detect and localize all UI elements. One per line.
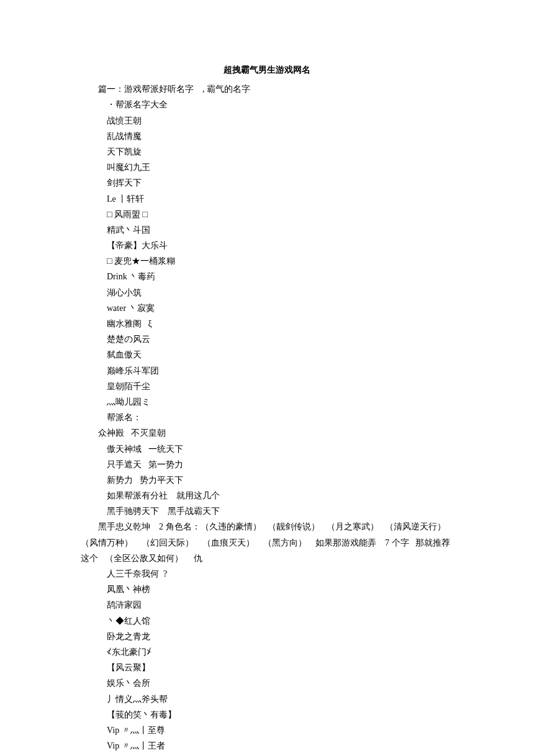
name-line: 众神殿 不灭皇朝 xyxy=(81,425,453,441)
name-line: 湖心小筑 xyxy=(81,285,453,300)
name-line: Le 丨轩轩 xyxy=(81,191,453,207)
document-title: 超拽霸气男生游戏网名 xyxy=(81,62,453,78)
name-line: 【帝豪】大乐斗 xyxy=(81,238,453,253)
name-line: 战愤王朝 xyxy=(81,113,453,128)
name-line: □ 麦兜★一桶浆糊 xyxy=(81,253,453,269)
name-line: 巅峰乐斗军团 xyxy=(81,363,453,379)
name-line: 卧龙之青龙 xyxy=(81,629,453,644)
name-line: 叫魔幻九王 xyxy=(81,160,453,175)
name-line: 灬呦儿园ミ xyxy=(81,394,453,410)
name-line: Drink 丶毒药 xyxy=(81,269,453,284)
name-line: 天下凯旋 xyxy=(81,144,453,160)
name-line: 弑血傲天 xyxy=(81,347,453,362)
name-line: 乱战情魔 xyxy=(81,128,453,144)
name-line: □ 风雨盟 □ xyxy=(81,207,453,222)
paragraph-line: 这个 （全区公敌又如何） 仇 xyxy=(81,551,453,566)
section-header: 篇一：游戏帮派好听名字 , 霸气的名字 xyxy=(81,81,453,97)
name-line: 楚楚の风云 xyxy=(81,331,453,347)
paragraph-line: 黑手忠义乾坤 2 角色名：（久违的豪情） （靓剑传说） （月之寒武） （清风逆天… xyxy=(81,519,453,534)
name-line: 人三千奈我何 ? xyxy=(81,566,453,582)
name-line: ≮东北豪门≯ xyxy=(81,644,453,660)
name-line: 凤凰丶神榜 xyxy=(81,582,453,597)
paragraph-line: （风情万种） （幻回天际） （血痕灭天） （黑方向） 如果那游戏能弄 7 个字 … xyxy=(81,535,453,551)
subtitle: ・帮派名字大全 xyxy=(81,97,453,112)
name-line: 新势力 势力平天下 xyxy=(81,472,453,488)
name-line: 幽水雅阁 ξ xyxy=(81,316,453,331)
name-line: 【风云聚】 xyxy=(81,660,453,675)
name-line: 黑手驰骋天下 黑手战霸天下 xyxy=(81,503,453,519)
name-line: 只手遮天 第一势力 xyxy=(81,457,453,472)
name-line: 剑挥天下 xyxy=(81,175,453,191)
name-line: 娱乐丶会所 xyxy=(81,675,453,691)
name-line: 帮派名： xyxy=(81,410,453,425)
name-line: 精武丶斗国 xyxy=(81,222,453,238)
name-line: Vip 〃灬丨王者 xyxy=(81,738,453,754)
name-line: 丿情义灬斧头帮 xyxy=(81,691,453,707)
name-line: 傲天神域 一统天下 xyxy=(81,441,453,457)
name-line: 皇朝陌千尘 xyxy=(81,379,453,394)
name-line: water 丶寂寞 xyxy=(81,300,453,316)
name-line: 丶◆红人馆 xyxy=(81,613,453,629)
name-line: 鸹浒家园 xyxy=(81,597,453,613)
name-line: 如果帮派有分社 就用这几个 xyxy=(81,488,453,503)
name-line: Vip 〃灬丨至尊 xyxy=(81,722,453,738)
name-line: 【莪的笑丶有毒】 xyxy=(81,707,453,722)
